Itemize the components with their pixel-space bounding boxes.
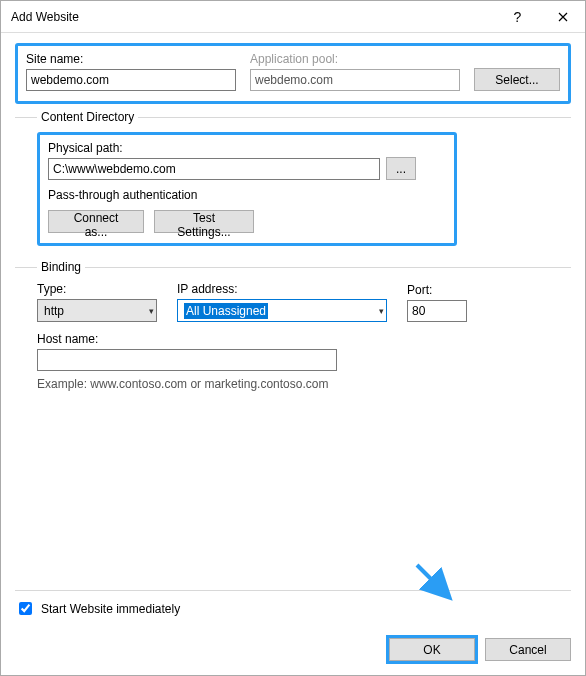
titlebar: Add Website ?: [1, 1, 585, 33]
ip-address-value: All Unassigned: [184, 303, 268, 319]
binding-legend: Binding: [37, 260, 85, 274]
connect-as-button[interactable]: Connect as...: [48, 210, 144, 233]
chevron-down-icon: ▾: [379, 306, 384, 316]
type-dropdown[interactable]: http ▾: [37, 299, 157, 322]
dialog-footer: Start Website immediately OK Cancel: [1, 578, 585, 675]
chevron-down-icon: ▾: [149, 306, 154, 316]
ip-address-label: IP address:: [177, 282, 387, 296]
site-app-pool-group: Site name: Application pool: Select...: [15, 43, 571, 104]
dialog-body: Site name: Application pool: Select... C…: [1, 33, 585, 578]
start-immediately-label: Start Website immediately: [41, 602, 180, 616]
app-pool-label: Application pool:: [250, 52, 460, 66]
physical-path-input[interactable]: [48, 158, 380, 180]
port-label: Port:: [407, 283, 467, 297]
physical-path-group: Physical path: ... Pass-through authenti…: [37, 132, 457, 246]
close-button[interactable]: [540, 2, 585, 32]
passthrough-auth-label: Pass-through authentication: [48, 188, 446, 202]
cancel-button[interactable]: Cancel: [485, 638, 571, 661]
content-directory-group: Content Directory Physical path: ... Pas…: [15, 110, 571, 252]
site-name-input[interactable]: [26, 69, 236, 91]
binding-group: Binding Type: http ▾ IP address: All Una…: [15, 260, 571, 561]
physical-path-label: Physical path:: [48, 141, 123, 155]
port-input[interactable]: [407, 300, 467, 322]
browse-path-button[interactable]: ...: [386, 157, 416, 180]
type-label: Type:: [37, 282, 157, 296]
window-title: Add Website: [11, 10, 495, 24]
app-pool-input: [250, 69, 460, 91]
site-name-label: Site name:: [26, 52, 236, 66]
close-icon: [558, 12, 568, 22]
add-website-dialog: Add Website ? Site name: Application poo…: [0, 0, 586, 676]
content-directory-legend: Content Directory: [37, 110, 138, 124]
help-button[interactable]: ?: [495, 2, 540, 32]
ok-button[interactable]: OK: [389, 638, 475, 661]
host-name-label: Host name:: [37, 332, 337, 346]
test-settings-button[interactable]: Test Settings...: [154, 210, 254, 233]
type-value: http: [44, 304, 64, 318]
start-immediately-checkbox[interactable]: [19, 602, 32, 615]
host-name-input[interactable]: [37, 349, 337, 371]
separator: [15, 590, 571, 591]
ip-address-dropdown[interactable]: All Unassigned ▾: [177, 299, 387, 322]
host-name-example: Example: www.contoso.com or marketing.co…: [37, 377, 571, 391]
select-app-pool-button[interactable]: Select...: [474, 68, 560, 91]
